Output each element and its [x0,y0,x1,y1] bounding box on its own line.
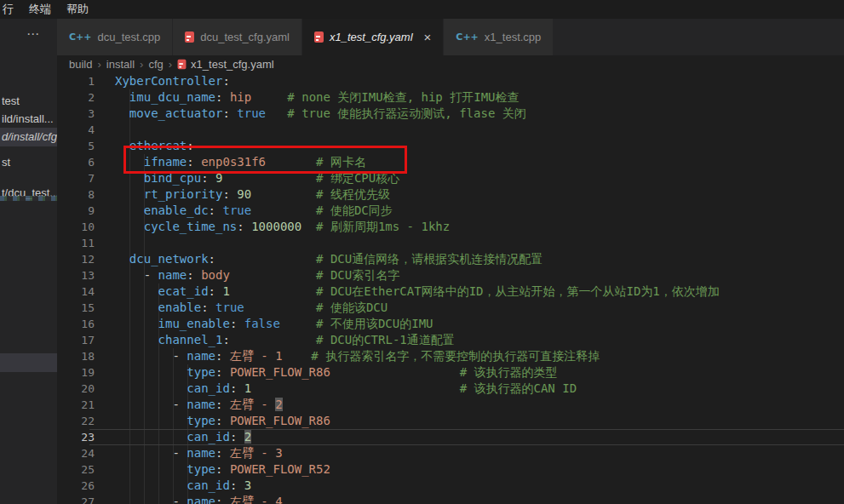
code-editor[interactable]: 1XyberController:2 imu_dcu_name: hip # n… [57,73,844,504]
line-number: 18 [57,348,106,364]
line-number: 15 [57,300,106,316]
cpp-file-icon: C++ [456,32,479,43]
tab-x1_test.cpp[interactable]: C++x1_test.cpp [444,19,553,55]
code-line[interactable]: 17 channel_1: # DCU的CTRL-1通道配置 [57,332,844,348]
line-number: 16 [57,316,106,332]
line-number: 21 [57,397,106,413]
sidebar-item[interactable]: d/install/cfg [0,128,57,146]
menu-item-终端[interactable]: 终端 [21,0,59,19]
line-number: 10 [57,219,106,235]
breadcrumb-segment[interactable]: build [69,58,92,71]
menu-item-帮助[interactable]: 帮助 [59,0,96,19]
code-line[interactable]: 3 move_actuator: true # true 使能执行器运动测试, … [57,106,844,122]
sidebar-highlighted-row[interactable] [0,353,57,372]
code-line[interactable]: 26 can_id: 3 [57,478,844,494]
tab-x1_test_cfg.yaml[interactable]: x1_test_cfg.yaml× [302,19,443,55]
sidebar-mini-strip [0,196,57,201]
sidebar-item[interactable]: st [0,153,57,172]
code-line[interactable]: 12 dcu_network: # DCU通信网络，请根据实机连接情况配置 [57,251,844,267]
line-number: 24 [57,445,106,461]
breadcrumb-segment[interactable]: install [106,58,135,71]
code-line[interactable]: 19 type: POWER_FLOW_R86 # 该执行器的类型 [57,364,844,381]
breadcrumb-file[interactable]: x1_test_cfg.yaml [191,58,274,71]
code-line[interactable]: 2 imu_dcu_name: hip # none 关闭IMU检查, hip … [57,89,844,106]
code-line[interactable]: 1XyberController: [57,73,844,89]
line-content: type: POWER_FLOW_R86 # 该执行器的类型 [115,364,557,381]
code-line[interactable]: 24 - name: 左臂 - 3 [57,445,844,461]
breadcrumb: build›install›cfg›x1_test_cfg.yaml [57,55,844,73]
line-content: - name: 左臂 - 1 # 执行器索引名字，不需要控制的执行器可直接注释掉 [115,348,600,364]
sidebar-item[interactable]: test [0,92,57,111]
line-number: 14 [57,284,106,300]
line-content: - name: 左臂 - 2 [115,397,283,413]
line-content: ecat_id: 1 # DCU在EtherCAT网络中的ID，从主站开始，第一… [115,284,720,300]
code-line[interactable]: 15 enable: true # 使能该DCU [57,300,844,316]
line-number: 17 [57,332,106,348]
code-line[interactable]: 4 [57,122,844,138]
line-number: 13 [57,267,106,284]
line-content: enable_dc: true # 使能DC同步 [115,203,393,219]
code-line[interactable]: 14 ecat_id: 1 # DCU在EtherCAT网络中的ID，从主站开始… [57,284,844,300]
line-number: 12 [57,251,106,267]
code-line[interactable]: 11 [57,235,844,251]
tab-label: dcu_test_cfg.yaml [200,31,290,43]
tab-label: x1_test_cfg.yaml [330,31,413,43]
code-line[interactable]: 27 - name: 左臂 - 4 [57,494,844,504]
line-number: 27 [57,494,106,504]
line-content: can_id: 3 [115,478,251,494]
line-content: XyberController: [115,73,230,89]
line-content: dcu_network: # DCU通信网络，请根据实机连接情况配置 [115,251,543,267]
code-line[interactable]: 20 can_id: 1 # 该执行器的CAN ID [57,381,844,397]
chevron-right-icon: › [97,58,100,71]
line-content: imu_enable: false # 不使用该DCU的IMU [115,316,433,332]
breadcrumb-segment[interactable]: cfg [148,58,163,71]
line-number: 8 [57,186,106,203]
code-line[interactable]: 21 - name: 左臂 - 2 [57,397,844,413]
yaml-file-icon [314,32,324,43]
more-actions-icon[interactable]: ⋯ [26,26,40,42]
line-content: enable: true # 使能该DCU [115,300,388,316]
sidebar-panel: ⋯ testild/install...d/install/cfgstt/dcu… [0,19,57,504]
editor-tab-bar: C++dcu_test.cppdcu_test_cfg.yamlx1_test_… [57,19,844,55]
line-number: 1 [57,73,106,89]
line-content: can_id: 1 # 该执行器的CAN ID [115,381,577,397]
code-line[interactable]: 18 - name: 左臂 - 1 # 执行器索引名字，不需要控制的执行器可直接… [57,348,844,364]
code-line[interactable]: 8 rt_priority: 90 # 线程优先级 [57,186,844,203]
line-number: 7 [57,170,106,186]
line-number: 11 [57,235,106,251]
line-content: - name: 左臂 - 3 [115,445,283,461]
chevron-right-icon: › [169,58,172,71]
tab-dcu_test.cpp[interactable]: C++dcu_test.cpp [57,19,172,55]
line-content: - name: body # DCU索引名字 [115,267,399,284]
tab-dcu_test_cfg.yaml[interactable]: dcu_test_cfg.yaml [173,19,301,55]
menu-item-行[interactable]: 行 [2,0,21,19]
code-line[interactable]: 10 cycle_time_ns: 1000000 # 刷新周期1ms - 1k… [57,219,844,235]
line-number: 2 [57,89,106,106]
chevron-right-icon: › [140,58,143,71]
line-number: 26 [57,478,106,494]
yaml-file-icon [185,32,194,43]
line-content: move_actuator: true # true 使能执行器运动测试, fl… [115,106,526,122]
line-number: 22 [57,413,106,429]
line-number: 3 [57,106,106,122]
annotation-red-box [123,146,407,174]
line-number: 25 [57,461,106,478]
cpp-file-icon: C++ [69,32,92,43]
line-content: - name: 左臂 - 4 [115,494,283,504]
yaml-file-icon [178,60,187,70]
line-content: type: POWER_FLOW_R52 [115,461,330,478]
line-number: 19 [57,364,106,381]
code-line[interactable]: 22 type: POWER_FLOW_R86 [57,413,844,429]
line-number: 4 [57,122,106,138]
code-line[interactable]: 23 can_id: 2 [57,429,844,445]
vscode-window: 行终端帮助 ⋯ testild/install...d/install/cfgs… [0,0,844,504]
line-number: 5 [57,138,106,154]
code-line[interactable]: 16 imu_enable: false # 不使用该DCU的IMU [57,316,844,332]
code-line[interactable]: 25 type: POWER_FLOW_R52 [57,461,844,478]
code-line[interactable]: 13 - name: body # DCU索引名字 [57,267,844,284]
line-number: 23 [57,429,106,445]
code-line[interactable]: 9 enable_dc: true # 使能DC同步 [57,203,844,219]
line-content: imu_dcu_name: hip # none 关闭IMU检查, hip 打开… [115,89,520,106]
sidebar-item[interactable]: ild/install... [0,110,57,129]
close-icon[interactable]: × [424,31,432,43]
